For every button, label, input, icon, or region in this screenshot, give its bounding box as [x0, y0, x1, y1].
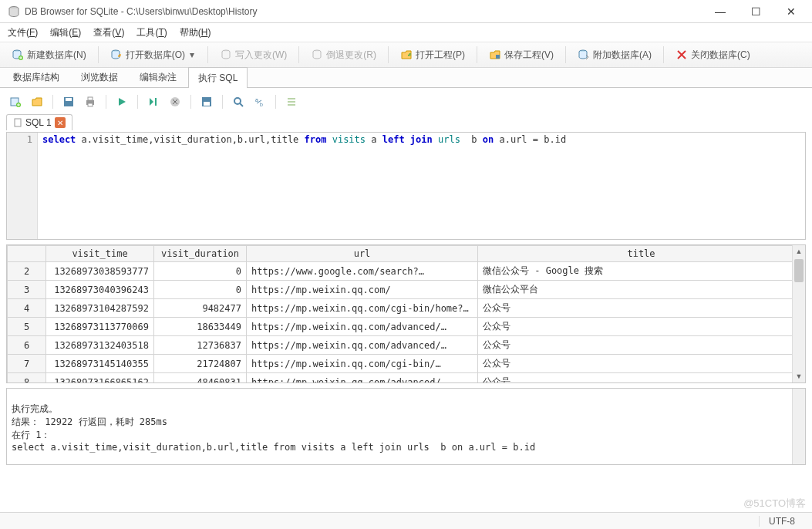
- sql-code-area[interactable]: select a.visit_time,visit_duration,b.url…: [38, 133, 805, 239]
- table-row[interactable]: 4 13268973104287592 9482477 https://mp.w…: [8, 299, 805, 318]
- svg-rect-15: [155, 98, 157, 106]
- save-project-icon: [489, 49, 501, 61]
- write-changes-icon: [220, 49, 232, 61]
- window-title: DB Browser for SQLite - C:\Users\binwu\D…: [25, 6, 702, 17]
- tab-database-structure[interactable]: 数据库结构: [3, 66, 69, 87]
- indent-button[interactable]: [282, 93, 301, 110]
- open-project-icon: [400, 49, 413, 61]
- open-database-icon: [110, 49, 123, 61]
- table-row[interactable]: 7 13268973145140355 21724807 https://mp.…: [8, 355, 805, 373]
- save-results-button[interactable]: [197, 93, 216, 110]
- open-sql-file-button[interactable]: [28, 93, 46, 110]
- svg-text:b: b: [260, 102, 263, 107]
- find-button[interactable]: [229, 93, 248, 110]
- sql-tab-label: SQL 1: [25, 117, 52, 128]
- scroll-down-icon[interactable]: ▼: [793, 370, 805, 382]
- document-icon: [13, 118, 22, 127]
- sql-tab-1[interactable]: SQL 1 ✕: [6, 114, 72, 130]
- menu-bar: 文件(F) 编辑(E) 查看(V) 工具(T) 帮助(H): [0, 23, 812, 42]
- svg-point-19: [234, 98, 241, 104]
- svg-rect-18: [204, 102, 210, 106]
- close-database-icon: [676, 49, 688, 61]
- new-tab-button[interactable]: [6, 93, 25, 110]
- tab-browse-data[interactable]: 浏览数据: [71, 66, 128, 87]
- encoding-indicator[interactable]: UTF-8: [759, 516, 804, 527]
- table-row[interactable]: 3 13268973040396243 0 https://mp.weixin.…: [8, 281, 805, 299]
- watermark: @51CTO博客: [743, 497, 806, 510]
- col-visit-duration[interactable]: visit_duration: [154, 246, 247, 262]
- col-visit-time[interactable]: visit_time: [46, 246, 154, 262]
- scroll-up-icon[interactable]: ▲: [793, 245, 805, 258]
- table-row[interactable]: 6 13268973132403518 12736837 https://mp.…: [8, 336, 805, 355]
- open-project-button[interactable]: 打开工程(P): [393, 45, 472, 65]
- line-gutter: 1: [7, 133, 38, 239]
- open-database-dropdown[interactable]: ▾: [188, 49, 196, 60]
- save-project-button[interactable]: 保存工程(V): [482, 45, 561, 65]
- revert-changes-icon: [311, 49, 323, 61]
- stop-button[interactable]: [166, 93, 184, 110]
- execute-all-button[interactable]: [113, 93, 131, 110]
- attach-database-icon: [578, 49, 590, 61]
- revert-changes-button[interactable]: 倒退更改(R): [304, 45, 383, 65]
- find-replace-button[interactable]: ab: [251, 93, 269, 110]
- col-url[interactable]: url: [247, 246, 478, 262]
- results-table[interactable]: visit_time visit_duration url title 2 13…: [7, 245, 805, 383]
- table-row[interactable]: 2 13268973038593777 0 https://www.google…: [8, 262, 805, 281]
- maximize-button[interactable]: ☐: [738, 0, 773, 23]
- table-header-row: visit_time visit_duration url title: [8, 246, 805, 262]
- menu-tools[interactable]: 工具(T): [133, 25, 170, 41]
- close-database-button[interactable]: 关闭数据库(C): [669, 45, 757, 65]
- table-row[interactable]: 5 13268973113770069 18633449 https://mp.…: [8, 318, 805, 336]
- tab-execute-sql[interactable]: 执行 SQL: [188, 67, 248, 88]
- menu-view[interactable]: 查看(V): [90, 25, 127, 41]
- results-scrollbar[interactable]: ▲ ▼: [792, 245, 805, 382]
- close-button[interactable]: ✕: [773, 0, 809, 23]
- log-scrollbar[interactable]: [792, 389, 805, 464]
- write-changes-button[interactable]: 写入更改(W): [213, 45, 294, 65]
- close-tab-button[interactable]: ✕: [55, 117, 66, 128]
- svg-text:a: a: [255, 97, 258, 103]
- window-titlebar: DB Browser for SQLite - C:\Users\binwu\D…: [0, 0, 812, 23]
- attach-database-button[interactable]: 附加数据库(A): [571, 45, 659, 65]
- sql-toolbar: ab: [3, 91, 809, 113]
- menu-help[interactable]: 帮助(H): [177, 25, 214, 41]
- print-button[interactable]: [81, 93, 99, 110]
- tab-edit-pragmas[interactable]: 编辑杂注: [130, 66, 187, 87]
- minimize-button[interactable]: —: [702, 0, 738, 23]
- main-tabs: 数据库结构 浏览数据 编辑杂注 执行 SQL: [0, 68, 812, 88]
- table-row[interactable]: 8 13268973166865162 48460831 https://mp.…: [8, 373, 805, 384]
- svg-rect-22: [15, 119, 21, 126]
- menu-file[interactable]: 文件(F): [5, 25, 41, 41]
- svg-rect-11: [66, 98, 72, 101]
- main-toolbar: 新建数据库(N) 打开数据库(O) ▾ 写入更改(W) 倒退更改(R) 打开工程…: [0, 42, 812, 68]
- new-database-icon: [12, 49, 24, 61]
- app-icon: [8, 5, 20, 18]
- new-database-button[interactable]: 新建数据库(N): [5, 45, 93, 65]
- execution-log[interactable]: 执行完成。 结果： 12922 行返回，耗时 285ms 在行 1： selec…: [6, 388, 806, 465]
- svg-rect-6: [496, 55, 500, 59]
- execute-line-button[interactable]: [144, 93, 163, 110]
- status-bar: UTF-8: [0, 512, 812, 529]
- save-sql-button[interactable]: [59, 93, 78, 110]
- sql-editor[interactable]: 1 select a.visit_time,visit_duration,b.u…: [6, 132, 806, 240]
- col-title[interactable]: title: [478, 246, 805, 262]
- scroll-thumb[interactable]: [794, 259, 804, 282]
- svg-rect-13: [88, 97, 93, 100]
- svg-rect-14: [88, 103, 93, 106]
- results-panel: visit_time visit_duration url title 2 13…: [6, 244, 806, 383]
- menu-edit[interactable]: 编辑(E): [47, 25, 84, 41]
- open-database-button[interactable]: 打开数据库(O) ▾: [103, 45, 203, 65]
